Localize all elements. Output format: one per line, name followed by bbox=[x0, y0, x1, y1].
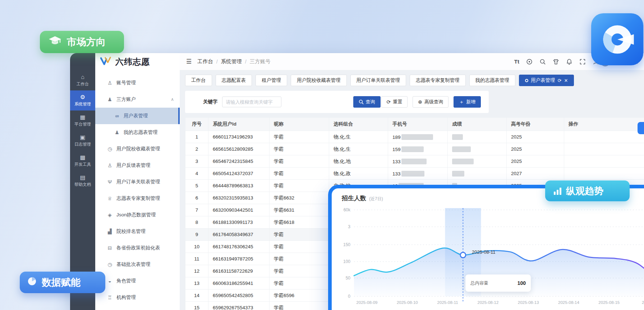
sidebar-item-label: 志愿表专家复制管理 bbox=[116, 195, 160, 202]
font-size-icon[interactable]: Tt bbox=[514, 58, 519, 65]
hamburger-menu-icon[interactable]: ☰ bbox=[186, 58, 192, 65]
sidebar-item[interactable]: ◷基础批次表管理 bbox=[95, 256, 180, 273]
fork-icon: Ψ bbox=[107, 179, 113, 185]
cell-actions bbox=[564, 155, 644, 168]
table-row[interactable]: 4665054124372037学霸物,化,政1332027 bbox=[185, 168, 644, 180]
cell: 660063186255941 bbox=[208, 277, 270, 290]
database-icon: ⊟ bbox=[107, 245, 113, 251]
x-axis-label: 2025-08-15 bbox=[598, 300, 620, 305]
cell: 12 bbox=[185, 265, 208, 277]
cell: 学霸 bbox=[270, 253, 329, 265]
tab-item[interactable]: 志愿表专家复制管理 bbox=[410, 75, 466, 86]
cell: 665467242315845 bbox=[208, 155, 270, 168]
cell-score bbox=[448, 143, 507, 155]
rail-item-grid[interactable]: ▦平台管理 bbox=[70, 111, 95, 131]
search-icon[interactable] bbox=[539, 58, 546, 65]
chevron-up-icon[interactable]: ∧ bbox=[171, 97, 174, 102]
sidebar-item[interactable]: ♖机构管理 bbox=[95, 289, 180, 306]
cell-actions bbox=[564, 168, 644, 180]
cell: 10 bbox=[185, 241, 208, 253]
sidebar-item[interactable]: ♙账号管理 bbox=[95, 75, 180, 91]
fullscreen-icon[interactable] bbox=[579, 58, 586, 65]
sidebar-item[interactable]: ♟三方账户∧ bbox=[95, 91, 180, 108]
sidebar-item[interactable]: ◷用户院校收藏表管理 bbox=[95, 141, 180, 157]
breadcrumb-item[interactable]: 工作台 bbox=[197, 58, 213, 65]
cell: 15 bbox=[185, 302, 208, 310]
reset-button[interactable]: ⟳ 重置 bbox=[381, 96, 408, 108]
theme-icon[interactable] bbox=[553, 58, 559, 65]
cell: 学霸 bbox=[270, 277, 329, 290]
cell: 665054124372037 bbox=[208, 168, 270, 180]
tab-close-icon[interactable]: ✕ bbox=[564, 78, 568, 83]
bell-icon[interactable] bbox=[566, 58, 572, 65]
tab-label: 用户订单关联表管理 bbox=[356, 77, 400, 84]
tab-active[interactable]: 用户表管理⟳✕ bbox=[519, 75, 574, 86]
tab-label: 租户管理 bbox=[262, 77, 281, 84]
sidebar-item[interactable]: ♟我的志愿表管理 bbox=[95, 124, 180, 141]
sidebar-item[interactable]: ◒角色管理 bbox=[95, 273, 180, 289]
sidebar-item[interactable]: ♕志愿表专家复制管理 bbox=[95, 190, 180, 207]
advanced-search-button[interactable]: ⊕ 高级查询 bbox=[413, 96, 448, 108]
cell: 663200903442501 bbox=[208, 204, 270, 216]
rail-item-docs[interactable]: ▤帮助文档 bbox=[70, 171, 95, 191]
cell: 学霸 bbox=[270, 155, 329, 168]
edge-button-partial[interactable] bbox=[638, 122, 644, 134]
cell-year: 2025 bbox=[507, 131, 564, 143]
sidebar-item[interactable]: ▟院校排名管理 bbox=[95, 223, 180, 240]
search-button[interactable]: 查询 bbox=[353, 96, 381, 108]
tab-item[interactable]: 租户管理 bbox=[256, 75, 287, 86]
tab-item[interactable]: 用户院校收藏表管理 bbox=[291, 75, 347, 86]
pie-chart-icon bbox=[27, 276, 37, 289]
tab-item[interactable]: 我的志愿表管理 bbox=[469, 75, 516, 86]
cell: 物,化,生 bbox=[329, 143, 388, 155]
sidebar-item[interactable]: ◈Json静态数据管理 bbox=[95, 207, 180, 223]
cell: 学霸 bbox=[270, 265, 329, 277]
chart-title: 招生人数 bbox=[342, 194, 366, 202]
sidebar-item-label: 三方账户 bbox=[116, 96, 136, 103]
sidebar-item[interactable]: ∞用户表管理 bbox=[95, 108, 180, 124]
tab-label: 志愿配置表 bbox=[222, 77, 246, 84]
redaction-block bbox=[401, 171, 424, 177]
cell: 学霸 bbox=[270, 131, 329, 143]
tab-item[interactable]: 工作台 bbox=[185, 75, 212, 86]
add-button[interactable]: ＋ 新增 bbox=[454, 96, 481, 108]
logo-mark-icon bbox=[100, 56, 112, 67]
cell: 学霸6596 bbox=[270, 290, 329, 302]
user-outline-icon: ♙ bbox=[107, 163, 113, 168]
table-row[interactable]: 1666011734196293学霸物,化,生1892025 bbox=[185, 131, 644, 143]
tab-refresh-icon[interactable]: ⟳ bbox=[558, 78, 562, 83]
cell: 学霸 bbox=[270, 180, 329, 192]
language-icon[interactable] bbox=[526, 58, 533, 65]
breadcrumb-item[interactable]: 系统管理 bbox=[221, 58, 242, 65]
rail-item-devtools[interactable]: ▩开发工具 bbox=[70, 151, 95, 171]
keyword-input[interactable] bbox=[222, 97, 281, 107]
sidebar-item[interactable]: ⊟各省份政策初始化表 bbox=[95, 240, 180, 256]
cell: 11 bbox=[185, 253, 208, 265]
data-point-marker bbox=[460, 252, 466, 258]
table-row[interactable]: 2665615612809285学霸物,化,生1592025 bbox=[185, 143, 644, 155]
table-row[interactable]: 3665467242315845学霸物,化,地1332025 bbox=[185, 155, 644, 168]
rail-item-log[interactable]: ▣日志管理 bbox=[70, 131, 95, 151]
cell: 661764058349637 bbox=[208, 229, 270, 241]
x-axis-label: 2025-08-11 bbox=[437, 300, 458, 305]
rail-item-home[interactable]: ⌂工作台 bbox=[70, 70, 95, 90]
top-header: ☰ 工作台/系统管理/三方账号 Tt 超级管理员 bbox=[180, 53, 644, 70]
sidebar-menu: ♙账号管理♟三方账户∧∞用户表管理♟我的志愿表管理◷用户院校收藏表管理♙用户反馈… bbox=[95, 70, 180, 306]
cell-year: 2027 bbox=[507, 168, 564, 180]
sidebar-item-label: 角色管理 bbox=[116, 278, 136, 284]
cell: 学霸6632 bbox=[270, 192, 329, 204]
cell: 3 bbox=[185, 155, 208, 168]
breadcrumb-item[interactable]: 三方账号 bbox=[250, 58, 271, 65]
cell: 物,化,生 bbox=[329, 131, 388, 143]
cell: 2 bbox=[185, 143, 208, 155]
sidebar-item[interactable]: Ψ用户订单关联表管理 bbox=[95, 174, 180, 190]
tab-item[interactable]: 志愿配置表 bbox=[216, 75, 252, 86]
chart-area: 招生人数 (近7日) 60k3150100500 2025-08-092025-… bbox=[332, 188, 644, 310]
sidebar-item[interactable]: ♙用户反馈表管理 bbox=[95, 157, 180, 174]
cell: 661631949787205 bbox=[208, 253, 270, 265]
tab-label: 用户表管理 bbox=[531, 77, 555, 84]
tab-label: 志愿表专家复制管理 bbox=[416, 77, 460, 84]
cell: 664448789663813 bbox=[208, 180, 270, 192]
rail-item-gear[interactable]: ⚙系统管理 bbox=[70, 90, 95, 111]
tab-item[interactable]: 用户订单关联表管理 bbox=[350, 75, 406, 86]
